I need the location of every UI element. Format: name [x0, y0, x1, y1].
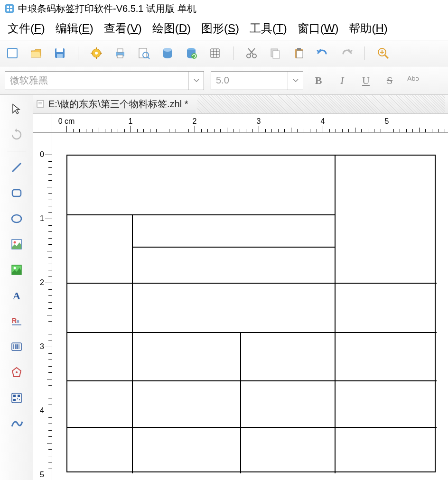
- new-button[interactable]: [5, 46, 20, 61]
- menu-shape[interactable]: 图形(S): [197, 19, 243, 38]
- ruler-corner: [33, 114, 52, 133]
- zoom-button[interactable]: [375, 46, 391, 61]
- side-separator: [7, 151, 26, 151]
- svg-rect-16: [117, 49, 123, 52]
- cut-button[interactable]: [244, 46, 259, 61]
- line-tool[interactable]: [5, 156, 28, 179]
- side-toolbar: A R≡: [0, 95, 33, 480]
- toolbar-separator: [233, 46, 233, 60]
- database-refresh-button[interactable]: [184, 46, 199, 61]
- document-icon: [36, 100, 46, 109]
- database-button[interactable]: [160, 46, 175, 61]
- pointer-tool[interactable]: [5, 98, 28, 120]
- workspace: A R≡ E:\做的东东\第三个物料标签.zhl * 0 cm12345 012…: [0, 95, 448, 480]
- svg-rect-65: [13, 395, 16, 397]
- canvas-area: E:\做的东东\第三个物料标签.zhl * 0 cm12345 012345: [33, 95, 448, 480]
- window-title: 中琅条码标签打印软件-V6.5.1 试用版 单机: [18, 2, 196, 15]
- label-design[interactable]: [66, 155, 436, 472]
- font-family-value: 微软雅黑: [10, 74, 48, 87]
- svg-rect-40: [297, 51, 303, 58]
- italic-button[interactable]: I: [334, 72, 351, 89]
- menu-file[interactable]: 文件(F): [4, 19, 49, 38]
- menu-tool[interactable]: 工具(T): [246, 19, 291, 38]
- rotate-tool[interactable]: [5, 123, 28, 146]
- bold-button[interactable]: B: [310, 72, 327, 89]
- svg-line-20: [148, 57, 149, 59]
- svg-point-10: [95, 52, 98, 55]
- qrcode-tool[interactable]: [5, 387, 28, 409]
- svg-rect-7: [56, 48, 63, 52]
- menu-draw[interactable]: 绘图(D): [149, 19, 195, 38]
- svg-rect-38: [273, 51, 280, 58]
- grid-button[interactable]: [207, 46, 223, 61]
- paste-button[interactable]: [291, 46, 307, 61]
- svg-rect-69: [19, 399, 20, 400]
- main-toolbar: [0, 40, 448, 66]
- svg-point-48: [12, 215, 21, 222]
- svg-line-43: [385, 55, 388, 58]
- font-size-select[interactable]: 5.0: [211, 71, 303, 90]
- svg-rect-17: [117, 55, 123, 58]
- menu-edit[interactable]: 编辑(E): [52, 19, 97, 38]
- tab-grip: [197, 95, 445, 113]
- svg-point-63: [16, 371, 18, 373]
- titlebar: 中琅条码标签打印软件-V6.5.1 试用版 单机: [0, 0, 448, 17]
- font-toolbar: 微软雅黑 5.0 B I U S ᴬᵇᵓ: [0, 66, 448, 95]
- menu-window[interactable]: 窗口(W): [294, 19, 343, 38]
- svg-text:R: R: [12, 317, 17, 324]
- toolbar-separator: [78, 46, 78, 60]
- dropdown-arrow-icon: [188, 72, 204, 90]
- copy-button[interactable]: [268, 46, 283, 61]
- svg-point-22: [163, 48, 172, 52]
- app-icon: [5, 4, 14, 13]
- barcode-tool[interactable]: [5, 335, 28, 358]
- svg-rect-57: [12, 343, 21, 351]
- settings-button[interactable]: [89, 46, 104, 61]
- preview-button[interactable]: [136, 46, 151, 61]
- save-button[interactable]: [52, 46, 67, 61]
- strike-button[interactable]: S: [381, 72, 398, 89]
- svg-rect-0: [5, 4, 14, 13]
- print-button[interactable]: [112, 46, 128, 61]
- richtext-tool[interactable]: R≡: [5, 310, 28, 332]
- menu-help[interactable]: 帮助(H): [345, 19, 391, 38]
- menu-view[interactable]: 查看(V): [100, 19, 146, 38]
- svg-rect-68: [17, 398, 18, 399]
- svg-rect-8: [57, 54, 63, 58]
- svg-point-50: [13, 241, 16, 244]
- svg-rect-3: [7, 9, 9, 11]
- canvas[interactable]: [52, 133, 448, 480]
- redo-button[interactable]: [339, 46, 354, 61]
- font-family-select[interactable]: 微软雅黑: [5, 71, 204, 90]
- vector-image-tool[interactable]: [5, 258, 28, 281]
- svg-rect-2: [10, 6, 12, 8]
- superscript-button[interactable]: ᴬᵇᵓ: [405, 72, 422, 89]
- svg-rect-4: [10, 9, 12, 11]
- ellipse-tool[interactable]: [5, 207, 28, 230]
- document-path: E:\做的东东\第三个物料标签.zhl *: [48, 98, 188, 111]
- dropdown-arrow-icon: [288, 72, 303, 90]
- curve-tool[interactable]: [5, 412, 28, 435]
- horizontal-ruler: 0 cm12345: [52, 114, 448, 133]
- svg-text:A: A: [13, 290, 20, 302]
- vertical-ruler: 012345: [33, 133, 52, 480]
- svg-rect-47: [12, 190, 21, 196]
- menubar: 文件(F) 编辑(E) 查看(V) 绘图(D) 图形(S) 工具(T) 窗口(W…: [0, 17, 448, 40]
- text-tool[interactable]: A: [5, 284, 28, 307]
- toolbar-separator: [364, 46, 365, 60]
- document-tab[interactable]: E:\做的东东\第三个物料标签.zhl *: [33, 95, 448, 114]
- image-tool[interactable]: [5, 233, 28, 256]
- undo-button[interactable]: [315, 46, 330, 61]
- svg-rect-67: [13, 399, 16, 401]
- svg-rect-66: [18, 395, 20, 397]
- polygon-tool[interactable]: [5, 361, 28, 384]
- svg-point-24: [191, 53, 197, 59]
- underline-button[interactable]: U: [357, 72, 374, 89]
- rect-tool[interactable]: [5, 182, 28, 204]
- svg-rect-41: [297, 48, 301, 50]
- svg-point-52: [13, 267, 16, 269]
- svg-rect-1: [7, 6, 9, 8]
- svg-text:≡: ≡: [17, 319, 19, 324]
- font-size-value: 5.0: [216, 75, 229, 86]
- open-button[interactable]: [28, 46, 44, 61]
